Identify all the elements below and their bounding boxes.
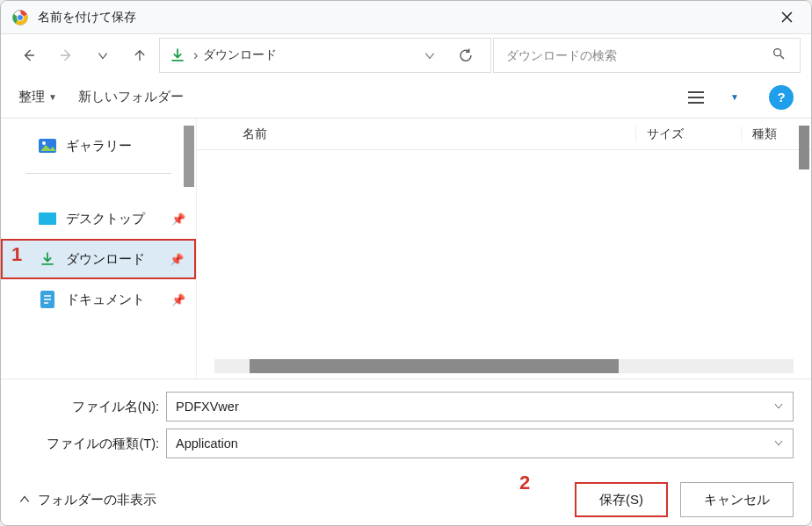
save-button[interactable]: 保存(S) [575,482,668,517]
refresh-button[interactable] [448,47,483,63]
svg-point-2 [18,14,24,20]
sidebar-item-label: ギャラリー [66,138,132,155]
help-button[interactable]: ? [769,85,794,110]
svg-rect-6 [39,213,56,225]
address-bar[interactable]: › ダウンロード [159,38,491,73]
sidebar-item-label: ドキュメント [66,292,145,308]
column-header: 名前 サイズ 種類 [197,119,811,150]
download-icon [167,45,188,66]
svg-point-5 [42,141,46,145]
hide-folders-label: フォルダーの非表示 [38,492,156,508]
sidebar-item-label: ダウンロード [66,251,145,268]
titlebar: 名前を付けて保存 [1,1,811,34]
column-name[interactable]: 名前 [197,126,635,142]
forward-button[interactable] [48,38,83,73]
new-folder-button[interactable]: 新しいフォルダー [78,89,184,105]
download-icon [38,249,57,269]
file-pane: 名前 サイズ 種類 [196,119,811,378]
desktop-icon [38,209,57,228]
sidebar-divider [25,173,171,174]
toolbar: 整理 ▼ 新しいフォルダー ▼ ? [1,76,811,119]
nav-bar: › ダウンロード [1,34,811,76]
svg-point-3 [774,49,781,56]
horizontal-scrollbar[interactable] [214,359,794,373]
dialog-title: 名前を付けて保存 [38,10,767,25]
organize-button[interactable]: 整理 ▼ [18,89,57,105]
form-area: ファイル名(N): PDFXVwer ファイルの種類(T): Applicati… [1,378,811,474]
recent-button[interactable] [85,38,120,73]
gallery-icon [38,136,57,155]
chrome-icon [11,9,29,26]
sidebar-scrollbar[interactable] [182,126,196,187]
file-list[interactable] [197,150,811,378]
sidebar-item-downloads[interactable]: ダウンロード 📌 [1,239,196,279]
search-box[interactable] [493,38,801,73]
back-button[interactable] [11,38,47,73]
sidebar-item-documents[interactable]: ドキュメント 📌 [1,279,196,320]
sidebar: ギャラリー デスクトップ 📌 ダウンロード 📌 ドキュメント 📌 [1,119,196,378]
main-area: ギャラリー デスクトップ 📌 ダウンロード 📌 ドキュメント 📌 [1,119,811,378]
vertical-scrollbar[interactable] [797,119,811,378]
pin-icon: 📌 [170,253,184,266]
breadcrumb-folder[interactable]: ダウンロード [203,47,411,63]
filetype-select[interactable]: Application [166,429,794,458]
filename-value: PDFXVwer [176,400,773,414]
sidebar-item-label: デスクトップ [66,211,145,227]
sidebar-item-gallery[interactable]: ギャラリー [1,126,196,166]
chevron-down-icon[interactable] [773,436,784,451]
column-size[interactable]: サイズ [635,126,741,142]
cancel-button[interactable]: キャンセル [680,482,794,517]
address-dropdown-icon[interactable] [417,49,443,61]
close-button[interactable] [767,2,806,33]
search-icon [772,47,789,64]
sidebar-item-desktop[interactable]: デスクトップ 📌 [1,198,196,239]
filetype-label: ファイルの種類(T): [18,436,159,452]
pin-icon: 📌 [171,213,185,226]
document-icon [38,290,57,309]
filename-input[interactable]: PDFXVwer [166,392,794,422]
up-button[interactable] [122,38,157,73]
filename-label: ファイル名(N): [18,399,159,415]
search-input[interactable] [504,47,772,63]
filetype-value: Application [176,436,773,450]
breadcrumb-separator: › [193,47,198,63]
pin-icon: 📌 [171,293,185,306]
footer: フォルダーの非表示 保存(S) キャンセル [1,474,811,525]
chevron-up-icon [18,494,31,506]
save-as-dialog: 名前を付けて保存 › ダウンロード 整理 ▼ 新しいフォルダー ▼ ? [0,0,812,526]
chevron-down-icon[interactable] [773,399,784,414]
view-options-button[interactable] [683,90,709,104]
hide-folders-button[interactable]: フォルダーの非表示 [18,492,156,508]
